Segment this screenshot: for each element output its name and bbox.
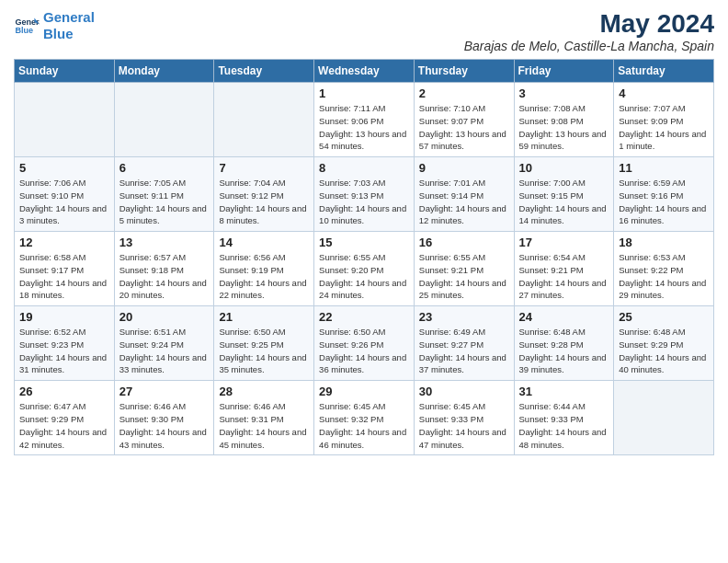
day-cell: 21Sunrise: 6:50 AMSunset: 9:25 PMDayligh… <box>214 306 314 381</box>
weekday-header-monday: Monday <box>114 60 214 83</box>
day-cell: 1Sunrise: 7:11 AMSunset: 9:06 PMDaylight… <box>314 83 415 157</box>
day-cell: 6Sunrise: 7:05 AMSunset: 9:11 PMDaylight… <box>114 157 214 232</box>
day-number: 27 <box>119 385 210 398</box>
day-info: Sunrise: 6:50 AMSunset: 9:25 PMDaylight:… <box>219 326 309 376</box>
day-number: 3 <box>519 86 609 100</box>
day-cell <box>15 83 115 157</box>
page-title: May 2024 <box>464 9 714 39</box>
page-header: General Blue General Blue May 2024 Baraj… <box>14 9 714 53</box>
day-cell: 22Sunrise: 6:50 AMSunset: 9:26 PMDayligh… <box>314 306 415 381</box>
day-cell: 7Sunrise: 7:04 AMSunset: 9:12 PMDaylight… <box>214 157 314 232</box>
day-info: Sunrise: 6:54 AMSunset: 9:21 PMDaylight:… <box>519 251 609 302</box>
logo: General Blue General Blue <box>14 9 95 42</box>
day-cell: 16Sunrise: 6:55 AMSunset: 9:21 PMDayligh… <box>414 232 514 306</box>
weekday-header-wednesday: Wednesday <box>314 60 415 83</box>
day-cell: 24Sunrise: 6:48 AMSunset: 9:28 PMDayligh… <box>514 306 614 381</box>
day-cell: 20Sunrise: 6:51 AMSunset: 9:24 PMDayligh… <box>114 306 214 381</box>
day-info: Sunrise: 7:06 AMSunset: 9:10 PMDaylight:… <box>19 177 109 227</box>
week-row-3: 12Sunrise: 6:58 AMSunset: 9:17 PMDayligh… <box>15 232 714 306</box>
day-number: 9 <box>419 161 509 175</box>
day-info: Sunrise: 7:11 AMSunset: 9:06 PMDaylight:… <box>319 102 409 153</box>
day-cell: 10Sunrise: 7:00 AMSunset: 9:15 PMDayligh… <box>514 157 614 232</box>
day-info: Sunrise: 6:44 AMSunset: 9:33 PMDaylight:… <box>519 400 609 451</box>
day-info: Sunrise: 6:51 AMSunset: 9:24 PMDaylight:… <box>119 326 210 376</box>
day-info: Sunrise: 6:49 AMSunset: 9:27 PMDaylight:… <box>419 326 509 376</box>
day-info: Sunrise: 6:45 AMSunset: 9:32 PMDaylight:… <box>319 400 409 451</box>
day-number: 28 <box>219 385 309 398</box>
day-cell: 18Sunrise: 6:53 AMSunset: 9:22 PMDayligh… <box>614 232 714 306</box>
logo-icon: General Blue <box>14 13 40 39</box>
day-number: 20 <box>119 310 210 324</box>
day-info: Sunrise: 6:55 AMSunset: 9:21 PMDaylight:… <box>419 251 509 302</box>
day-cell: 26Sunrise: 6:47 AMSunset: 9:29 PMDayligh… <box>15 381 115 455</box>
day-cell: 15Sunrise: 6:55 AMSunset: 9:20 PMDayligh… <box>314 232 415 306</box>
day-info: Sunrise: 6:52 AMSunset: 9:23 PMDaylight:… <box>19 326 109 376</box>
day-cell: 29Sunrise: 6:45 AMSunset: 9:32 PMDayligh… <box>314 381 415 455</box>
week-row-5: 26Sunrise: 6:47 AMSunset: 9:29 PMDayligh… <box>15 381 714 455</box>
day-info: Sunrise: 6:46 AMSunset: 9:30 PMDaylight:… <box>119 400 210 451</box>
day-cell <box>114 83 214 157</box>
day-number: 8 <box>319 161 409 175</box>
day-number: 19 <box>19 310 109 324</box>
day-number: 7 <box>219 161 309 175</box>
day-info: Sunrise: 6:48 AMSunset: 9:28 PMDaylight:… <box>519 326 609 376</box>
week-row-4: 19Sunrise: 6:52 AMSunset: 9:23 PMDayligh… <box>15 306 714 381</box>
day-number: 22 <box>319 310 409 324</box>
weekday-header-friday: Friday <box>514 60 614 83</box>
day-info: Sunrise: 6:58 AMSunset: 9:17 PMDaylight:… <box>19 251 109 302</box>
day-info: Sunrise: 6:57 AMSunset: 9:18 PMDaylight:… <box>119 251 210 302</box>
logo-text: General Blue <box>43 9 95 42</box>
day-info: Sunrise: 6:53 AMSunset: 9:22 PMDaylight:… <box>619 251 709 302</box>
day-info: Sunrise: 6:56 AMSunset: 9:19 PMDaylight:… <box>219 251 309 302</box>
day-cell: 8Sunrise: 7:03 AMSunset: 9:13 PMDaylight… <box>314 157 415 232</box>
day-number: 6 <box>119 161 210 175</box>
weekday-header-row: SundayMondayTuesdayWednesdayThursdayFrid… <box>15 60 714 83</box>
day-number: 13 <box>119 236 210 249</box>
day-info: Sunrise: 6:48 AMSunset: 9:29 PMDaylight:… <box>619 326 709 376</box>
day-cell <box>614 381 714 455</box>
day-info: Sunrise: 6:50 AMSunset: 9:26 PMDaylight:… <box>319 326 409 376</box>
day-info: Sunrise: 7:01 AMSunset: 9:14 PMDaylight:… <box>419 177 509 227</box>
day-info: Sunrise: 6:45 AMSunset: 9:33 PMDaylight:… <box>419 400 509 451</box>
day-cell: 14Sunrise: 6:56 AMSunset: 9:19 PMDayligh… <box>214 232 314 306</box>
day-number: 29 <box>319 385 409 398</box>
day-number: 4 <box>619 86 709 100</box>
day-info: Sunrise: 7:04 AMSunset: 9:12 PMDaylight:… <box>219 177 309 227</box>
day-cell: 2Sunrise: 7:10 AMSunset: 9:07 PMDaylight… <box>414 83 514 157</box>
page-subtitle: Barajas de Melo, Castille-La Mancha, Spa… <box>464 39 714 53</box>
weekday-header-sunday: Sunday <box>15 60 115 83</box>
day-number: 5 <box>19 161 109 175</box>
weekday-header-saturday: Saturday <box>614 60 714 83</box>
day-cell: 5Sunrise: 7:06 AMSunset: 9:10 PMDaylight… <box>15 157 115 232</box>
day-info: Sunrise: 7:10 AMSunset: 9:07 PMDaylight:… <box>419 102 509 153</box>
day-number: 21 <box>219 310 309 324</box>
day-info: Sunrise: 6:55 AMSunset: 9:20 PMDaylight:… <box>319 251 409 302</box>
day-info: Sunrise: 6:46 AMSunset: 9:31 PMDaylight:… <box>219 400 309 451</box>
day-cell: 25Sunrise: 6:48 AMSunset: 9:29 PMDayligh… <box>614 306 714 381</box>
day-number: 17 <box>519 236 609 249</box>
day-info: Sunrise: 7:03 AMSunset: 9:13 PMDaylight:… <box>319 177 409 227</box>
day-cell: 30Sunrise: 6:45 AMSunset: 9:33 PMDayligh… <box>414 381 514 455</box>
svg-text:Blue: Blue <box>15 26 33 35</box>
day-cell: 3Sunrise: 7:08 AMSunset: 9:08 PMDaylight… <box>514 83 614 157</box>
day-number: 2 <box>419 86 509 100</box>
day-cell: 31Sunrise: 6:44 AMSunset: 9:33 PMDayligh… <box>514 381 614 455</box>
day-cell: 4Sunrise: 7:07 AMSunset: 9:09 PMDaylight… <box>614 83 714 157</box>
day-number: 25 <box>619 310 709 324</box>
day-cell: 13Sunrise: 6:57 AMSunset: 9:18 PMDayligh… <box>114 232 214 306</box>
day-number: 16 <box>419 236 509 249</box>
day-info: Sunrise: 7:00 AMSunset: 9:15 PMDaylight:… <box>519 177 609 227</box>
day-number: 15 <box>319 236 409 249</box>
calendar-table: SundayMondayTuesdayWednesdayThursdayFrid… <box>14 59 714 455</box>
day-info: Sunrise: 7:05 AMSunset: 9:11 PMDaylight:… <box>119 177 210 227</box>
day-number: 18 <box>619 236 709 249</box>
day-cell: 19Sunrise: 6:52 AMSunset: 9:23 PMDayligh… <box>15 306 115 381</box>
logo-line1: General <box>43 9 95 25</box>
day-info: Sunrise: 6:59 AMSunset: 9:16 PMDaylight:… <box>619 177 709 227</box>
day-cell: 17Sunrise: 6:54 AMSunset: 9:21 PMDayligh… <box>514 232 614 306</box>
day-cell <box>214 83 314 157</box>
logo-line2: Blue <box>43 26 74 41</box>
day-info: Sunrise: 7:08 AMSunset: 9:08 PMDaylight:… <box>519 102 609 153</box>
day-number: 10 <box>519 161 609 175</box>
weekday-header-tuesday: Tuesday <box>214 60 314 83</box>
